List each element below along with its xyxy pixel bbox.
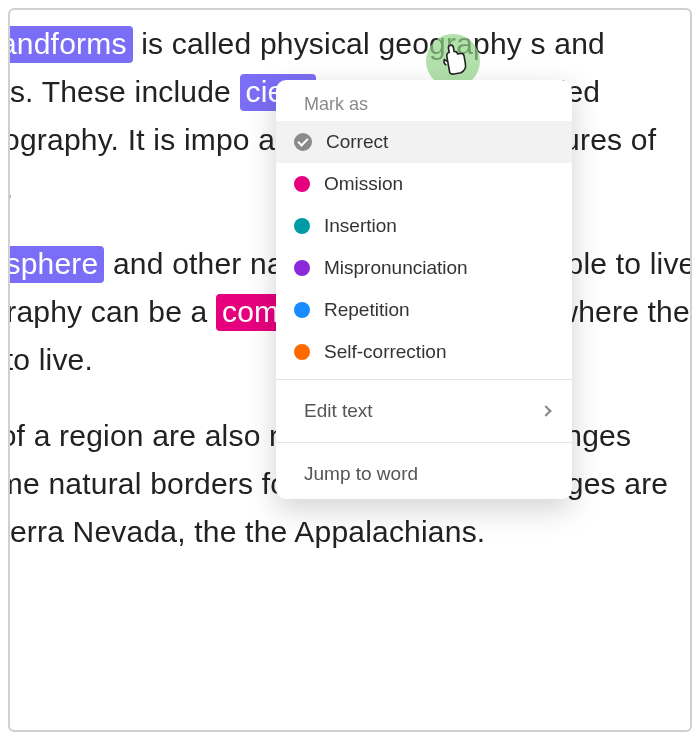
mark-option-repetition[interactable]: Repetition [276,289,572,331]
mark-option-correct[interactable]: Correct [276,121,572,163]
mark-option-mispronunciation[interactable]: Mispronunciation [276,247,572,289]
mark-option-label: Correct [326,131,388,153]
mark-option-label: Self-correction [324,341,447,363]
highlighted-word-landforms[interactable]: landforms [8,26,133,63]
color-dot-icon [294,302,310,318]
mark-option-label: Insertion [324,215,397,237]
color-dot-icon [294,176,310,192]
mark-option-label: Mispronunciation [324,257,468,279]
popup-divider [276,442,572,443]
highlighted-word-atmosphere[interactable]: atmosphere [8,246,104,283]
color-dot-icon [294,260,310,276]
mark-option-label: Repetition [324,299,410,321]
popup-divider [276,379,572,380]
color-dot-icon [294,344,310,360]
edit-text-action[interactable]: Edit text [276,386,572,436]
mark-option-label: Omission [324,173,403,195]
chevron-right-icon [540,405,551,416]
mark-option-self-correction[interactable]: Self-correction [276,331,572,373]
popup-header: Mark as [276,80,572,121]
color-dot-icon [294,218,310,234]
mark-option-insertion[interactable]: Insertion [276,205,572,247]
jump-to-word-label: Jump to word [304,463,418,485]
screenshot-frame: th's landforms is called physical geogra… [8,8,692,732]
check-icon [294,133,312,151]
mark-option-omission[interactable]: Omission [276,163,572,205]
mark-as-popup: Mark as CorrectOmissionInsertionMispronu… [276,80,572,499]
edit-text-label: Edit text [304,400,373,422]
jump-to-word-action[interactable]: Jump to word [276,449,572,499]
